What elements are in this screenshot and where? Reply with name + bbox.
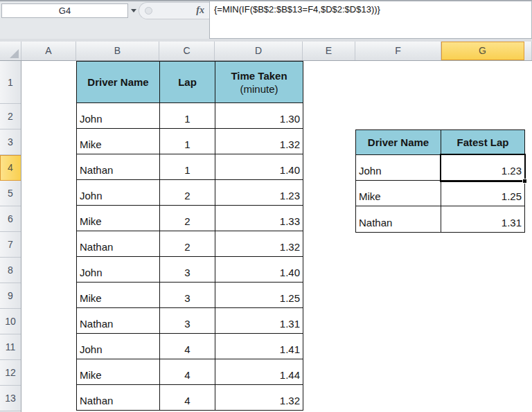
column-header-e[interactable]: E <box>303 42 355 60</box>
column-header-g[interactable]: G <box>441 42 524 60</box>
time-cell[interactable]: 1.44 <box>215 359 303 385</box>
table-row: John 4 1.41 <box>77 334 303 359</box>
time-header-line2: (minute) <box>240 82 278 96</box>
column-header-d[interactable]: D <box>215 42 303 60</box>
result-driver-cell[interactable]: John <box>356 155 441 181</box>
lap-cell[interactable]: 4 <box>160 359 215 385</box>
table-row: John 3 1.40 <box>77 257 303 283</box>
column-header-b[interactable]: B <box>76 42 159 60</box>
driver-cell[interactable]: Nathan <box>77 308 160 334</box>
time-header-line1: Time Taken <box>231 69 287 82</box>
column-headers: A B C D E F G <box>0 42 532 61</box>
result-value-cell[interactable]: 1.25 <box>441 181 524 206</box>
table-row: John 1 1.30 <box>77 103 303 129</box>
row-header-12[interactable]: 12 <box>0 360 21 386</box>
table-row: Nathan 1.31 <box>356 206 524 232</box>
driver-cell[interactable]: Nathan <box>77 231 160 257</box>
table-row: Nathan 3 1.31 <box>77 308 303 334</box>
driver-cell[interactable]: Mike <box>77 129 160 154</box>
driver-cell[interactable]: Mike <box>77 359 160 385</box>
row-header-7[interactable]: 7 <box>0 232 21 258</box>
table-row: Mike 4 1.44 <box>77 359 303 385</box>
result-driver-cell[interactable]: Mike <box>356 181 441 206</box>
column-header-f[interactable]: F <box>355 42 441 60</box>
lap-table-header-driver[interactable]: Driver Name <box>77 62 160 103</box>
table-row: John 1.23 <box>356 155 524 181</box>
row-header-4[interactable]: 4 <box>0 155 21 181</box>
driver-cell[interactable]: Mike <box>77 283 160 308</box>
row-header-5[interactable]: 5 <box>0 181 21 206</box>
name-box[interactable]: G4 <box>1 3 128 18</box>
table-row: Nathan 2 1.32 <box>77 231 303 257</box>
time-cell[interactable]: 1.32 <box>215 385 303 410</box>
lap-table: Driver Name Lap Time Taken (minute) John… <box>76 61 303 411</box>
lap-cell[interactable]: 2 <box>160 180 215 206</box>
result-header-fastest-lap[interactable]: Fatest Lap <box>441 130 524 155</box>
lap-cell[interactable]: 1 <box>160 129 215 154</box>
row-header-9[interactable]: 9 <box>0 283 21 309</box>
lap-cell[interactable]: 3 <box>160 283 215 308</box>
time-cell[interactable]: 1.23 <box>215 180 303 206</box>
table-row: Mike 2 1.33 <box>77 206 303 231</box>
lap-cell[interactable]: 3 <box>160 308 215 334</box>
lap-cell[interactable]: 4 <box>160 334 215 359</box>
row-header-3[interactable]: 3 <box>0 129 21 155</box>
result-value-cell[interactable]: 1.31 <box>441 206 524 232</box>
insert-function-button[interactable]: fx <box>196 5 204 16</box>
table-row: Mike 1.25 <box>356 181 524 206</box>
driver-cell[interactable]: John <box>77 180 160 206</box>
time-cell[interactable]: 1.40 <box>215 257 303 283</box>
fill-handle[interactable] <box>522 179 527 183</box>
result-table-header-row: Driver Name Fatest Lap <box>356 130 524 155</box>
drag-dot-icon <box>145 7 152 15</box>
driver-cell[interactable]: John <box>77 103 160 129</box>
result-driver-cell[interactable]: Nathan <box>356 206 441 232</box>
row-header-2[interactable]: 2 <box>0 104 21 129</box>
table-row: John 2 1.23 <box>77 180 303 206</box>
result-table: Driver Name Fatest Lap John 1.23 Mike 1.… <box>355 129 525 233</box>
formula-input[interactable]: {=MIN(IF($B$2:$B$13=F4,$D$2:$D$13))} <box>209 1 532 39</box>
row-header-8[interactable]: 8 <box>0 258 21 283</box>
column-header-a[interactable]: A <box>21 42 76 60</box>
time-cell[interactable]: 1.32 <box>215 231 303 257</box>
row-header-11[interactable]: 11 <box>0 334 21 360</box>
lap-cell[interactable]: 1 <box>160 154 215 180</box>
lap-cell[interactable]: 2 <box>160 206 215 231</box>
lap-cell[interactable]: 4 <box>160 385 215 410</box>
row-header-10[interactable]: 10 <box>0 309 21 334</box>
lap-table-header-time[interactable]: Time Taken (minute) <box>215 62 303 103</box>
lap-table-header-row: Driver Name Lap Time Taken (minute) <box>77 62 303 103</box>
time-cell[interactable]: 1.40 <box>215 154 303 180</box>
lap-cell[interactable]: 3 <box>160 257 215 283</box>
column-header-overflow <box>524 42 532 60</box>
time-cell[interactable]: 1.41 <box>215 334 303 359</box>
driver-cell[interactable]: Mike <box>77 206 160 231</box>
name-box-dropdown[interactable] <box>129 3 139 18</box>
row-header-1[interactable]: 1 <box>0 61 21 104</box>
time-cell[interactable]: 1.32 <box>215 129 303 154</box>
column-header-c[interactable]: C <box>159 42 215 60</box>
selected-cell-g4[interactable]: 1.23 <box>441 155 524 181</box>
lap-cell[interactable]: 1 <box>160 103 215 129</box>
driver-cell[interactable]: John <box>77 257 160 283</box>
formula-bar-divider: fx <box>139 2 209 19</box>
table-row: Mike 1 1.32 <box>77 129 303 154</box>
result-header-driver[interactable]: Driver Name <box>356 130 441 155</box>
select-all-button[interactable] <box>0 42 21 60</box>
time-cell[interactable]: 1.33 <box>215 206 303 231</box>
time-cell[interactable]: 1.25 <box>215 283 303 308</box>
row-header-6[interactable]: 6 <box>0 206 21 232</box>
lap-table-header-lap[interactable]: Lap <box>160 62 215 103</box>
row-headers: 1 2 3 4 5 6 7 8 9 10 11 12 13 <box>0 61 21 412</box>
time-cell[interactable]: 1.31 <box>215 308 303 334</box>
driver-cell[interactable]: Nathan <box>77 154 160 180</box>
driver-cell[interactable]: John <box>77 334 160 359</box>
table-row: Mike 3 1.25 <box>77 283 303 308</box>
select-all-triangle-icon <box>10 49 19 58</box>
lap-cell[interactable]: 2 <box>160 231 215 257</box>
time-cell[interactable]: 1.30 <box>215 103 303 129</box>
row-header-13[interactable]: 13 <box>0 386 21 411</box>
table-row: Nathan 1 1.40 <box>77 154 303 180</box>
chevron-down-icon <box>131 9 136 12</box>
driver-cell[interactable]: Nathan <box>77 385 160 410</box>
